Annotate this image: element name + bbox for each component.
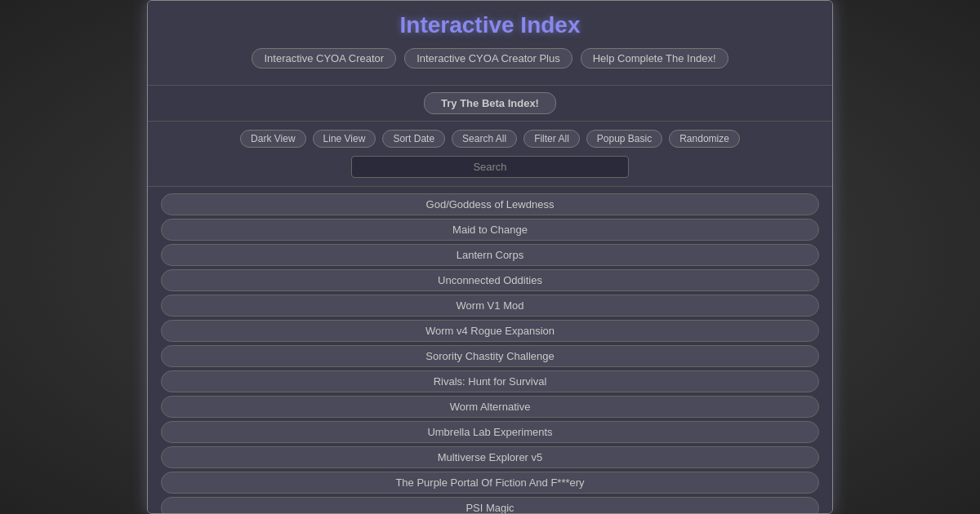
list-item[interactable]: Worm Alternative	[161, 396, 819, 418]
search-all-button[interactable]: Search All	[452, 130, 517, 148]
randomize-button[interactable]: Randomize	[669, 130, 740, 148]
header-section: Interactive Index Interactive CYOA Creat…	[148, 1, 832, 86]
sort-date-button[interactable]: Sort Date	[382, 130, 445, 148]
list-item[interactable]: Sorority Chastity Challenge	[161, 345, 819, 367]
list-item[interactable]: Rivals: Hunt for Survival	[161, 370, 819, 392]
main-container: Interactive Index Interactive CYOA Creat…	[147, 0, 833, 514]
list-item[interactable]: Lantern Corps	[161, 244, 819, 266]
list-item[interactable]: PSI Magic	[161, 497, 819, 513]
help-complete-button[interactable]: Help Complete The Index!	[581, 48, 728, 69]
filter-section: Dark View Line View Sort Date Search All…	[148, 122, 832, 187]
list-item[interactable]: Maid to Change	[161, 219, 819, 241]
list-item[interactable]: Unconnected Oddities	[161, 269, 819, 291]
list-item[interactable]: Worm v4 Rogue Expansion	[161, 320, 819, 342]
list-item[interactable]: Umbrella Lab Experiments	[161, 421, 819, 443]
dark-view-button[interactable]: Dark View	[240, 130, 305, 148]
list-item[interactable]: God/Goddess of Lewdness	[161, 193, 819, 215]
filter-buttons-row: Dark View Line View Sort Date Search All…	[156, 130, 824, 148]
cyoa-creator-plus-button[interactable]: Interactive CYOA Creator Plus	[404, 48, 572, 69]
beta-index-button[interactable]: Try The Beta Index!	[424, 92, 556, 114]
list-item[interactable]: Worm V1 Mod	[161, 295, 819, 317]
filter-all-button[interactable]: Filter All	[523, 130, 580, 148]
beta-section: Try The Beta Index!	[148, 86, 832, 122]
list-item[interactable]: Multiverse Explorer v5	[161, 446, 819, 468]
search-input[interactable]	[351, 156, 629, 178]
cyoa-creator-button[interactable]: Interactive CYOA Creator	[252, 48, 396, 69]
top-buttons-row: Interactive CYOA Creator Interactive CYO…	[156, 48, 824, 69]
list-section: God/Goddess of LewdnessMaid to ChangeLan…	[148, 187, 832, 513]
list-item[interactable]: The Purple Portal Of Fiction And F***ery	[161, 472, 819, 494]
popup-basic-button[interactable]: Popup Basic	[586, 130, 662, 148]
line-view-button[interactable]: Line View	[313, 130, 376, 148]
page-title: Interactive Index	[156, 12, 824, 38]
